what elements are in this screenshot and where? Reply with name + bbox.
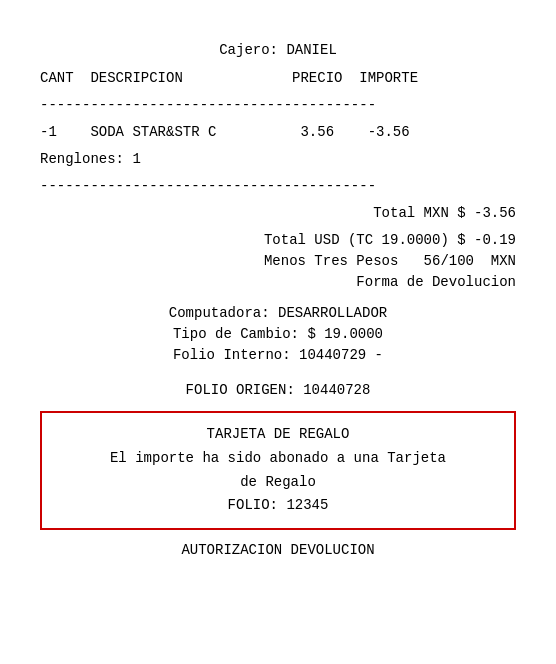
divider-1: ---------------------------------------- xyxy=(40,95,516,116)
folio-interno-line: Folio Interno: 10440729 - xyxy=(40,345,516,366)
renglones-text: Renglones: 1 xyxy=(40,151,141,167)
computadora-section: Computadora: DESARROLLADOR Tipo de Cambi… xyxy=(40,303,516,366)
gift-line1-text: El importe ha sido abonado a una Tarjeta xyxy=(110,450,446,466)
total-mxn-line: Total MXN $ -3.56 xyxy=(40,203,516,224)
autorizacion-text: AUTORIZACION DEVOLUCION xyxy=(181,542,374,558)
total-usd-line: Total USD (TC 19.0000) $ -0.19 xyxy=(40,230,516,251)
computadora-line: Computadora: DESARROLLADOR xyxy=(40,303,516,324)
column-headers: CANT DESCRIPCION PRECIO IMPORTE xyxy=(40,68,516,89)
tipo-cambio-line: Tipo de Cambio: $ 19.0000 xyxy=(40,324,516,345)
divider-line-2: ---------------------------------------- xyxy=(40,178,376,194)
forma-dev-line: Forma de Devolucion xyxy=(40,272,516,293)
divider-2: ---------------------------------------- xyxy=(40,176,516,197)
gift-title-text: TARJETA DE REGALO xyxy=(207,426,350,442)
folio-origen-line: FOLIO ORIGEN: 10440728 xyxy=(40,380,516,401)
header-row: CANT DESCRIPCION PRECIO IMPORTE xyxy=(40,70,418,86)
gift-title-line: TARJETA DE REGALO xyxy=(58,423,498,447)
total-usd-text: Total USD (TC 19.0000) $ -0.19 xyxy=(264,232,516,248)
folio-origen-text: FOLIO ORIGEN: 10440728 xyxy=(186,382,371,398)
gift-line2-text: de Regalo xyxy=(240,474,316,490)
gift-folio-line: FOLIO: 12345 xyxy=(58,494,498,518)
cajero-line: Cajero: DANIEL xyxy=(40,42,516,58)
item-row: -1 SODA STAR&STR C 3.56 -3.56 xyxy=(40,122,516,143)
tipo-cambio-text: Tipo de Cambio: $ 19.0000 xyxy=(173,326,383,342)
gift-card-box: TARJETA DE REGALO El importe ha sido abo… xyxy=(40,411,516,530)
divider-line-1: ---------------------------------------- xyxy=(40,97,376,113)
gift-folio-text: FOLIO: 12345 xyxy=(228,497,329,513)
computadora-text: Computadora: DESARROLLADOR xyxy=(169,305,387,321)
gift-desc-line2: de Regalo xyxy=(58,471,498,495)
total-usd-section: Total USD (TC 19.0000) $ -0.19 Menos Tre… xyxy=(40,230,516,293)
gift-desc-line1: El importe ha sido abonado a una Tarjeta xyxy=(58,447,498,471)
item-line: -1 SODA STAR&STR C 3.56 -3.56 xyxy=(40,124,410,140)
menos-tres-line: Menos Tres Pesos 56/100 MXN xyxy=(40,251,516,272)
renglones-line: Renglones: 1 xyxy=(40,149,516,170)
folio-interno-text: Folio Interno: 10440729 - xyxy=(173,347,383,363)
receipt: Cajero: DANIEL CANT DESCRIPCION PRECIO I… xyxy=(20,20,536,583)
forma-dev-text: Forma de Devolucion xyxy=(356,274,516,290)
autorizacion-line: AUTORIZACION DEVOLUCION xyxy=(40,540,516,561)
cajero-text: Cajero: DANIEL xyxy=(219,42,337,58)
total-mxn-text: Total MXN $ -3.56 xyxy=(373,205,516,221)
menos-tres-text: Menos Tres Pesos 56/100 MXN xyxy=(264,253,516,269)
